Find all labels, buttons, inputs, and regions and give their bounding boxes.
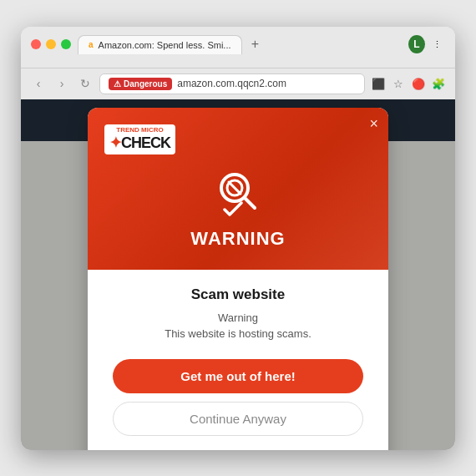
- browser-titlebar: a Amazon.com: Spend less. Smi... + L ⋮: [21, 27, 455, 68]
- scam-title: Scam website: [113, 286, 363, 303]
- close-traffic-light[interactable]: [31, 39, 41, 49]
- amazon-favicon: a: [89, 40, 94, 49]
- puzzle-icon[interactable]: 🧩: [430, 75, 447, 92]
- get-out-button[interactable]: Get me out of here!: [113, 359, 363, 393]
- danger-badge: ⚠ Dangerous: [109, 78, 172, 90]
- warning-title: WARNING: [104, 228, 372, 250]
- brand-tm-text: TREND MICRO: [109, 127, 170, 134]
- avatar: L: [408, 35, 425, 53]
- forward-button[interactable]: ›: [53, 74, 71, 93]
- subtitle-line2: This website is hosting scams.: [165, 327, 311, 340]
- address-text: amazon.com.qqcn2.com: [177, 78, 286, 89]
- cast-icon[interactable]: ⬛: [370, 75, 387, 92]
- brand-check-text: ✦CHECK: [109, 134, 170, 152]
- danger-label: Dangerous: [124, 79, 167, 89]
- bookmark-icon[interactable]: ☆: [390, 75, 407, 92]
- maximize-traffic-light[interactable]: [61, 39, 71, 49]
- modal-header: × TREND MICRO ✦CHECK: [88, 108, 388, 270]
- tab-bar: a Amazon.com: Spend less. Smi... + L ⋮: [78, 35, 445, 54]
- browser-window: a Amazon.com: Spend less. Smi... + L ⋮ ‹…: [21, 27, 455, 450]
- subtitle-line1: Warning: [218, 311, 258, 324]
- modal-body: Scam website Warning This website is hos…: [88, 270, 388, 450]
- back-button[interactable]: ‹: [29, 74, 48, 93]
- extension-red-icon[interactable]: 🔴: [410, 75, 427, 92]
- browser-toolbar: ‹ › ↻ ⚠ Dangerous amazon.com.qqcn2.com ⬛…: [21, 68, 455, 99]
- svg-line-3: [229, 182, 241, 194]
- warning-svg-icon: [211, 166, 265, 220]
- svg-line-1: [245, 198, 255, 208]
- traffic-lights: [31, 39, 71, 49]
- warning-icon-wrapper: [211, 166, 265, 220]
- warning-modal: × TREND MICRO ✦CHECK: [88, 108, 388, 450]
- profile-icon: L: [408, 36, 425, 53]
- extensions-area: L ⋮: [408, 36, 445, 53]
- refresh-button[interactable]: ↻: [76, 74, 94, 93]
- minimize-traffic-light[interactable]: [46, 39, 56, 49]
- toolbar-icons: ⬛ ☆ 🔴 🧩: [370, 75, 447, 92]
- trend-micro-logo: TREND MICRO ✦CHECK: [104, 124, 175, 154]
- new-tab-button[interactable]: +: [247, 36, 264, 53]
- browser-content: × TREND MICRO ✦CHECK: [21, 99, 455, 450]
- warning-icon: ⚠: [114, 79, 121, 89]
- active-tab[interactable]: a Amazon.com: Spend less. Smi...: [78, 35, 242, 54]
- more-options-icon[interactable]: ⋮: [428, 36, 445, 53]
- brand-bar: TREND MICRO ✦CHECK: [104, 124, 372, 154]
- modal-overlay: × TREND MICRO ✦CHECK: [21, 99, 455, 450]
- tab-title: Amazon.com: Spend less. Smi...: [99, 40, 231, 50]
- continue-anyway-button[interactable]: Continue Anyway: [113, 402, 363, 436]
- scam-subtitle: Warning This website is hosting scams.: [113, 310, 363, 342]
- modal-close-button[interactable]: ×: [369, 116, 378, 131]
- address-bar[interactable]: ⚠ Dangerous amazon.com.qqcn2.com: [99, 73, 365, 94]
